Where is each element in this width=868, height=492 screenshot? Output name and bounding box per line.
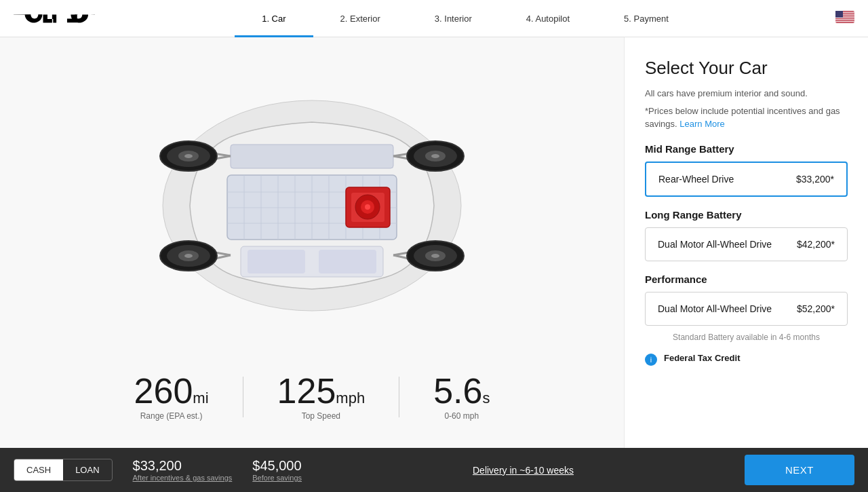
- tesla-logo: [14, 14, 95, 24]
- svg-point-39: [184, 154, 193, 158]
- right-panel: Select Your Car All cars have premium in…: [624, 37, 868, 448]
- price-before-savings-value: $45,000: [252, 458, 302, 474]
- car-stats: 260mi Range (EPA est.) 125mph Top Speed …: [0, 366, 624, 428]
- speed-label: Top Speed: [277, 411, 366, 421]
- cash-button[interactable]: CASH: [14, 459, 63, 480]
- stat-range: 260mi Range (EPA est.): [100, 373, 243, 421]
- accel-label: 0-60 mph: [433, 411, 490, 421]
- svg-point-51: [431, 254, 439, 258]
- left-panel: 260mi Range (EPA est.) 125mph Top Speed …: [0, 37, 624, 448]
- long-range-awd-name: Dual Motor All-Wheel Drive: [658, 239, 772, 250]
- price-before-savings-section: $45,000 Before savings: [252, 458, 302, 482]
- delivery-info[interactable]: Delivery in ~6-10 weeks: [302, 465, 745, 476]
- tax-credit-row: i Federal Tax Credit: [645, 353, 848, 366]
- stat-speed: 125mph Top Speed: [243, 373, 399, 421]
- svg-point-47: [184, 254, 193, 258]
- stat-acceleration: 5.6s 0-60 mph: [399, 373, 524, 421]
- nav-step-payment[interactable]: 5. Payment: [597, 0, 696, 37]
- range-number: 260: [134, 371, 193, 411]
- bottom-bar: CASH LOAN $33,200 After incentives & gas…: [0, 448, 868, 492]
- mid-range-rwd-price: $33,200*: [796, 174, 834, 185]
- speed-number: 125: [277, 371, 336, 411]
- accel-unit: s: [482, 390, 490, 406]
- long-range-awd-price: $42,200*: [797, 239, 835, 250]
- nav-step-exterior[interactable]: 2. Exterior: [313, 0, 408, 37]
- svg-rect-4: [835, 18, 854, 18]
- performance-awd-price: $52,200*: [797, 303, 835, 314]
- select-car-title: Select Your Car: [645, 58, 848, 79]
- range-label: Range (EPA est.): [134, 411, 209, 421]
- mid-range-rwd-name: Rear-Wheel Drive: [658, 174, 734, 185]
- svg-rect-27: [231, 145, 393, 168]
- performance-awd-name: Dual Motor All-Wheel Drive: [658, 303, 772, 314]
- tax-credit-label: Federal Tax Credit: [664, 353, 740, 363]
- nav-step-interior[interactable]: 3. Interior: [408, 0, 499, 37]
- long-range-awd-option[interactable]: Dual Motor All-Wheel Drive $42,200*: [645, 227, 848, 261]
- navbar: 1. Car 2. Exterior 3. Interior 4. Autopi…: [0, 0, 868, 37]
- us-flag-icon[interactable]: [835, 11, 854, 26]
- svg-rect-7: [835, 11, 843, 18]
- nav-step-car[interactable]: 1. Car: [235, 0, 313, 37]
- price-after-incentives-value: $33,200: [133, 458, 233, 474]
- svg-rect-53: [248, 250, 305, 273]
- main-layout: 260mi Range (EPA est.) 125mph Top Speed …: [0, 37, 868, 448]
- long-range-title: Long Range Battery: [645, 209, 848, 221]
- mid-range-title: Mid Range Battery: [645, 143, 848, 155]
- accel-number: 5.6: [433, 371, 482, 411]
- info-icon: i: [645, 354, 657, 366]
- svg-rect-54: [319, 250, 376, 273]
- car-image-container: [0, 37, 624, 366]
- price-before-savings-label: Before savings: [252, 474, 302, 482]
- nav-step-autopilot[interactable]: 4. Autopilot: [499, 0, 597, 37]
- nav-steps: 1. Car 2. Exterior 3. Interior 4. Autopi…: [95, 0, 835, 37]
- incentives-note: *Prices below include potential incentiv…: [645, 105, 848, 131]
- incentives-text: *Prices below include potential incentiv…: [645, 106, 840, 130]
- price-after-incentives-label[interactable]: After incentives & gas savings: [133, 474, 233, 482]
- car-illustration: [81, 80, 542, 324]
- premium-interior-note: All cars have premium interior and sound…: [645, 87, 848, 100]
- next-button[interactable]: NEXT: [745, 455, 854, 485]
- svg-rect-6: [835, 21, 854, 22]
- svg-point-43: [431, 154, 439, 158]
- svg-rect-5: [835, 19, 854, 20]
- performance-title: Performance: [645, 273, 848, 285]
- speed-unit: mph: [336, 390, 365, 406]
- learn-more-link[interactable]: Learn More: [679, 119, 724, 129]
- svg-point-26: [365, 204, 370, 210]
- loan-button[interactable]: LOAN: [63, 459, 111, 480]
- availability-note: Standard Battery available in 4-6 months: [645, 333, 848, 342]
- mid-range-rwd-option[interactable]: Rear-Wheel Drive $33,200*: [645, 162, 848, 197]
- payment-toggle: CASH LOAN: [14, 459, 113, 481]
- range-unit: mi: [193, 390, 208, 406]
- price-after-incentives-section: $33,200 After incentives & gas savings: [133, 458, 233, 482]
- performance-awd-option[interactable]: Dual Motor All-Wheel Drive $52,200*: [645, 292, 848, 326]
